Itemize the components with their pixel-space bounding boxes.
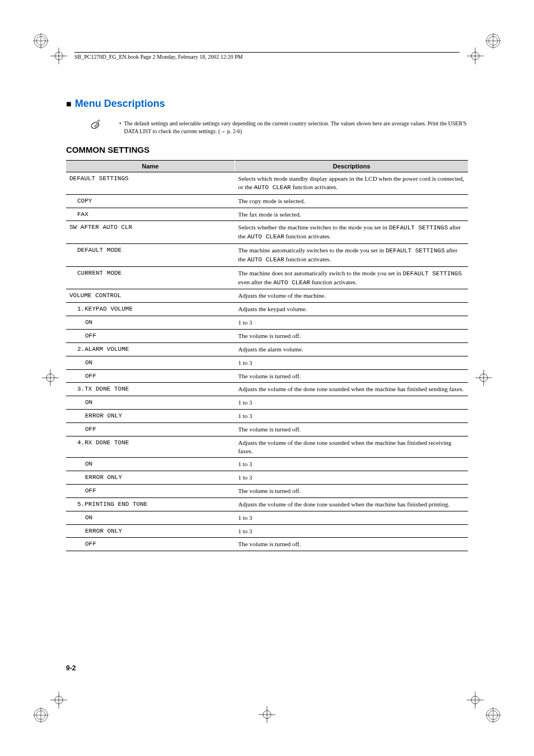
note-text: • The default settings and selectable se… — [119, 120, 468, 135]
table-row: ON1 to 3 — [66, 458, 468, 471]
table-row: FAXThe fax mode is selected. — [66, 208, 468, 221]
crop-mark-icon — [475, 369, 492, 386]
table-row: ERROR ONLY1 to 3 — [66, 471, 468, 485]
table-row: OFFThe volume is turned off. — [66, 369, 468, 383]
table-row: OFFThe volume is turned off. — [66, 422, 468, 436]
registration-mark-icon — [485, 33, 501, 49]
table-row: OFFThe volume is turned off. — [66, 485, 468, 498]
table-row: OFFThe volume is turned off. — [66, 538, 468, 551]
crop-mark-icon — [259, 706, 275, 723]
registration-mark-icon — [33, 33, 49, 49]
registration-mark-icon — [485, 707, 501, 723]
table-row: SW AFTER AUTO CLRSelects whether the mac… — [66, 221, 468, 244]
table-row: ON1 to 3 — [66, 511, 468, 524]
table-row: ERROR ONLY1 to 3 — [66, 524, 468, 538]
table-row: ON1 to 3 — [66, 356, 468, 369]
document-header: SB_PC1270D_FG_EN.book Page 2 Monday, Feb… — [74, 52, 460, 60]
table-row: OFFThe volume is turned off. — [66, 329, 468, 342]
table-row: ON1 to 3 — [66, 396, 468, 410]
column-header-name: Name — [66, 161, 235, 172]
settings-table: Name Descriptions DEFAULT SETTINGSSelect… — [66, 160, 468, 551]
subsection-title: COMMON SETTINGS — [66, 145, 468, 154]
page-number: 9-2 — [66, 664, 76, 672]
table-row: 3.TX DONE TONEAdjusts the volume of the … — [66, 383, 468, 396]
table-row: 4.RX DONE TONEAdjusts the volume of the … — [66, 436, 468, 458]
column-header-descriptions: Descriptions — [235, 161, 468, 172]
crop-mark-icon — [42, 369, 59, 386]
table-row: 2.ALARM VOLUMEAdjusts the alarm volume. — [66, 342, 468, 356]
table-row: COPYThe copy mode is selected. — [66, 194, 468, 208]
square-bullet-icon: ■ — [66, 99, 72, 109]
table-row: DEFAULT MODEThe machine automatically sw… — [66, 244, 468, 267]
note-icon — [90, 120, 100, 132]
table-row: 1.KEYPAD VOLUMEAdjusts the keypad volume… — [66, 303, 468, 316]
crop-mark-icon — [50, 48, 67, 64]
table-row: ERROR ONLY1 to 3 — [66, 410, 468, 423]
crop-mark-icon — [467, 48, 484, 64]
crop-mark-icon — [50, 692, 67, 708]
table-row: VOLUME CONTROLAdjusts the volume of the … — [66, 289, 468, 303]
table-row: DEFAULT SETTINGSSelects which mode stand… — [66, 172, 468, 195]
crop-mark-icon — [467, 692, 484, 708]
table-row: ON1 to 3 — [66, 316, 468, 330]
section-title-text: Menu Descriptions — [75, 98, 165, 109]
registration-mark-icon — [33, 707, 49, 723]
section-title: ■Menu Descriptions — [66, 98, 468, 110]
table-row: CURRENT MODEThe machine does not automat… — [66, 266, 468, 289]
table-row: 5.PRINTING END TONEAdjusts the volume of… — [66, 497, 468, 511]
